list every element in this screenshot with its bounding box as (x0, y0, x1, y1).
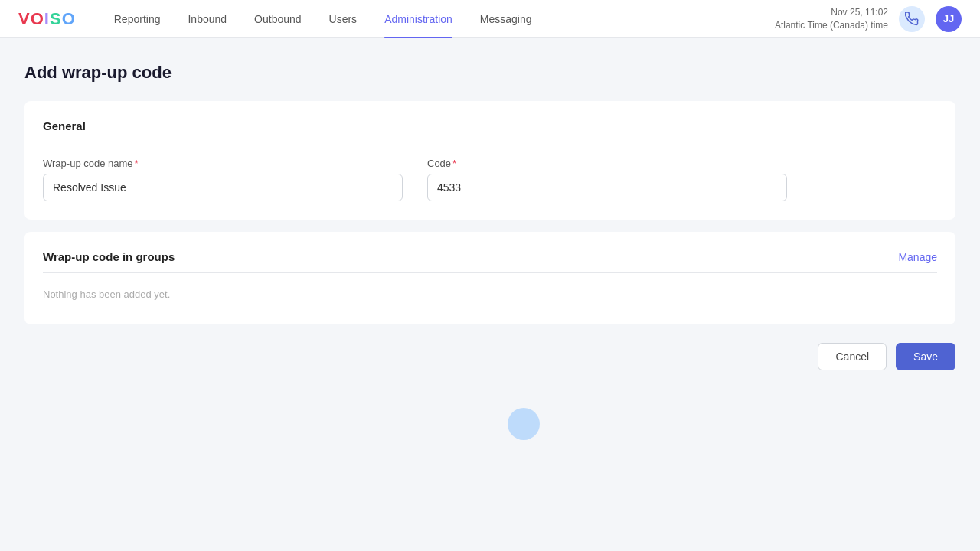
general-section-title: General (43, 119, 937, 145)
manage-link[interactable]: Manage (898, 251, 937, 263)
empty-message: Nothing has been added yet. (43, 282, 937, 306)
page-title: Add wrap-up code (24, 63, 956, 83)
nav-outbound[interactable]: Outbound (240, 0, 315, 38)
nav-users[interactable]: Users (315, 0, 371, 38)
groups-card: Wrap-up code in groups Manage Nothing ha… (24, 232, 956, 324)
cancel-button[interactable]: Cancel (818, 343, 887, 370)
wrap-up-code-name-label: Wrap-up code name* (43, 158, 403, 169)
required-star-code: * (452, 158, 456, 169)
datetime: Nov 25, 11:02 Atlantic Time (Canada) tim… (775, 6, 888, 32)
date-display: Nov 25, 11:02 (775, 6, 888, 19)
phone-icon-button[interactable] (899, 6, 925, 32)
avatar[interactable]: JJ (936, 6, 962, 32)
phone-icon (905, 12, 919, 26)
wrap-up-code-name-group: Wrap-up code name* (43, 158, 403, 201)
nav-reporting[interactable]: Reporting (100, 0, 175, 38)
code-input[interactable] (427, 174, 787, 201)
nav-messaging[interactable]: Messaging (466, 0, 546, 38)
general-card: General Wrap-up code name* Code* (24, 101, 956, 220)
required-star-name: * (135, 158, 139, 169)
form-row: Wrap-up code name* Code* (43, 158, 937, 201)
groups-section-header: Wrap-up code in groups Manage (43, 250, 937, 273)
footer-actions: Cancel Save (24, 343, 956, 370)
timezone-display: Atlantic Time (Canada) time (775, 19, 888, 32)
main-content: Add wrap-up code General Wrap-up code na… (0, 38, 980, 551)
header: VOISO Reporting Inbound Outbound Users A… (0, 0, 980, 38)
nav-inbound[interactable]: Inbound (174, 0, 240, 38)
code-group: Code* (427, 158, 787, 201)
wrap-up-code-name-input[interactable] (43, 174, 403, 201)
save-button[interactable]: Save (896, 343, 956, 370)
groups-section-title: Wrap-up code in groups (43, 250, 175, 263)
nav-administration[interactable]: Administration (371, 0, 466, 38)
code-label: Code* (427, 158, 787, 169)
main-nav: Reporting Inbound Outbound Users Adminis… (100, 0, 775, 38)
header-right: Nov 25, 11:02 Atlantic Time (Canada) tim… (775, 6, 962, 32)
logo: VOISO (18, 9, 76, 29)
